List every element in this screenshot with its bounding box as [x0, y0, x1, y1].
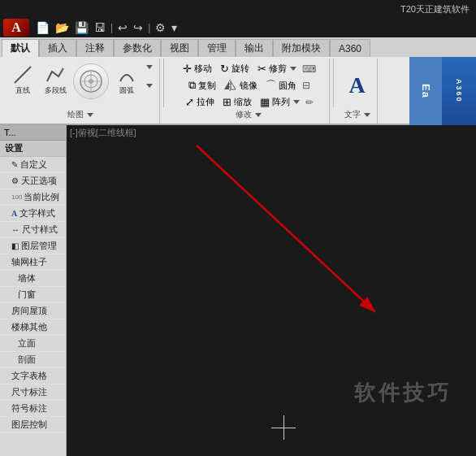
layers-icon: ◧ — [11, 241, 19, 250]
move-button[interactable]: ✛ 移动 — [180, 62, 214, 76]
text-icon: A — [348, 72, 365, 98]
scale-button[interactable]: ⊞ 缩放 — [220, 95, 254, 109]
modify-tool-extra2[interactable]: ⊟ — [302, 80, 310, 91]
modify-group: ✛ 移动 ↻ 旋转 ✂ 修剪 ⌨ ⧉ 复制 — [167, 59, 330, 124]
rotate-button[interactable]: ↻ 旋转 — [218, 62, 252, 76]
text-group: A 文字 — [337, 59, 378, 124]
panel-item-dimstyle[interactable]: ↔ 尺寸样式 — [0, 222, 66, 238]
svg-point-5 — [89, 79, 93, 84]
panel-item-textstyle[interactable]: A 文字样式 — [0, 206, 66, 222]
copy-button[interactable]: ⧉ 复制 — [186, 78, 219, 93]
panel-item-grid[interactable]: 轴网柱子 — [0, 254, 66, 271]
open-button[interactable]: 📂 — [53, 21, 71, 34]
panel-item-stairs[interactable]: 楼梯其他 — [0, 319, 66, 336]
new-button[interactable]: 📄 — [33, 21, 52, 34]
tab-a360[interactable]: A360 — [330, 39, 370, 57]
tab-parametric[interactable]: 参数化 — [114, 39, 161, 57]
trim-button[interactable]: ✂ 修剪 — [255, 62, 299, 76]
line-tool-button[interactable]: 直线 — [8, 63, 37, 98]
tab-output[interactable]: 输出 — [236, 39, 273, 57]
qat-dropdown[interactable]: ▾ — [169, 21, 180, 34]
panel-item-section[interactable]: 剖面 — [0, 352, 66, 368]
panel-item-layers[interactable]: ◧ 图层管理 — [0, 238, 66, 254]
sep2 — [333, 59, 334, 107]
arc-tool-button[interactable]: 圆弧 — [112, 63, 141, 98]
tab-addons[interactable]: 附加模块 — [273, 39, 330, 57]
acad-logo[interactable]: A — [3, 19, 29, 37]
polyline-label: 多段线 — [45, 85, 67, 96]
svg-line-10 — [197, 145, 375, 312]
sep1 — [163, 59, 164, 107]
undo-button[interactable]: ↩ — [115, 21, 130, 34]
save-button[interactable]: 💾 — [72, 21, 91, 34]
tab-view[interactable]: 视图 — [161, 39, 198, 57]
move-icon: ✛ — [183, 63, 192, 75]
tab-manage[interactable]: 管理 — [198, 39, 236, 57]
panel-item-symbol[interactable]: 符号标注 — [0, 401, 66, 417]
draw-dropdowns[interactable] — [145, 63, 153, 88]
modify-tool-extra1[interactable]: ⌨ — [302, 63, 316, 75]
customize-icon: ✎ — [11, 160, 18, 169]
fillet-button[interactable]: ⌒ 圆角 — [263, 77, 299, 93]
scale-indicator: 100 — [11, 193, 22, 201]
title-bar: T20天正建筑软件 — [0, 0, 476, 18]
dimstyle-icon: ↔ — [11, 225, 19, 234]
stretch-button[interactable]: ⤢ 拉伸 — [183, 95, 217, 109]
text-group-dropdown[interactable] — [364, 113, 370, 117]
tab-insert[interactable]: 插入 — [39, 39, 76, 57]
panel-item-room[interactable]: 房间屋顶 — [0, 303, 66, 319]
panel-item-scale[interactable]: 100 当前比例 — [0, 189, 66, 206]
panel-item-text-table[interactable]: 文字表格 — [0, 368, 66, 384]
svg-marker-6 — [224, 81, 229, 89]
panel-item-options[interactable]: ⚙ 天正选项 — [0, 173, 66, 189]
modify-tool-extra3[interactable]: ✏ — [305, 97, 314, 108]
scale-icon: ⊞ — [223, 96, 232, 108]
text-group-label: 文字 — [344, 109, 370, 122]
modify-group-label: 修改 — [236, 109, 262, 122]
stretch-icon: ⤢ — [185, 96, 194, 108]
panel-item-wall[interactable]: 墙体 — [0, 271, 66, 287]
panel-item-customize[interactable]: ✎ 自定义 — [0, 157, 66, 173]
mirror-button[interactable]: 镜像 — [222, 79, 260, 93]
save-as-button[interactable]: 🖫 — [92, 21, 108, 34]
modify-group-dropdown[interactable] — [255, 113, 262, 117]
panel-item-layer-ctrl[interactable]: 图层控制 — [0, 417, 66, 433]
workspace: T... 设置 ✎ 自定义 ⚙ 天正选项 100 当前比例 A 文字样式 — [0, 125, 476, 456]
svg-line-0 — [15, 67, 31, 83]
mirror-icon — [224, 80, 236, 91]
panel-section-settings: 设置 — [0, 141, 66, 157]
polyline-tool-button[interactable]: 多段线 — [41, 63, 70, 98]
rotate-icon: ↻ — [220, 63, 229, 75]
draw-group-dropdown[interactable] — [87, 113, 93, 117]
modify-row3: ⤢ 拉伸 ⊞ 缩放 ▦ 阵列 ✏ — [183, 95, 314, 109]
compass-button[interactable] — [73, 63, 109, 99]
array-icon: ▦ — [260, 96, 270, 108]
svg-marker-8 — [231, 81, 236, 89]
a360-button[interactable]: A360 — [442, 57, 476, 125]
canvas-area[interactable]: [-]俯视[二维线框] 软件技巧 — [67, 125, 476, 456]
panel-item-elevation[interactable]: 立面 — [0, 336, 66, 352]
panel-item-dim[interactable]: 尺寸标注 — [0, 384, 66, 401]
redo-button[interactable]: ↪ — [131, 21, 145, 34]
line-icon — [13, 65, 32, 85]
watermark-text: 软件技巧 — [354, 379, 452, 407]
arc-dropdown-icon[interactable] — [146, 65, 153, 69]
array-button[interactable]: ▦ 阵列 — [257, 95, 302, 109]
tab-annotate[interactable]: 注释 — [76, 39, 114, 57]
tab-default[interactable]: 默认 — [2, 39, 39, 57]
properties-button[interactable]: ⚙ — [153, 21, 168, 34]
left-panel: T... 设置 ✎ 自定义 ⚙ 天正选项 100 当前比例 A 文字样式 — [0, 125, 67, 456]
arc-label: 圆弧 — [119, 85, 134, 96]
draw-group-label: 绘图 — [67, 109, 93, 122]
panel-item-door[interactable]: 门窗 — [0, 287, 66, 303]
compass-icon — [78, 68, 104, 94]
options-icon: ⚙ — [11, 176, 19, 185]
a360-label: A360 — [455, 79, 463, 103]
array-dropdown[interactable] — [293, 100, 300, 104]
ea-badge[interactable]: Ea — [409, 57, 442, 125]
line-label: 直线 — [15, 85, 30, 96]
viewport-label: [-]俯视[二维线框] — [70, 127, 136, 139]
fillet-icon: ⌒ — [266, 78, 276, 93]
trim-dropdown[interactable] — [290, 67, 296, 71]
circle-dropdown-icon[interactable] — [146, 84, 153, 88]
